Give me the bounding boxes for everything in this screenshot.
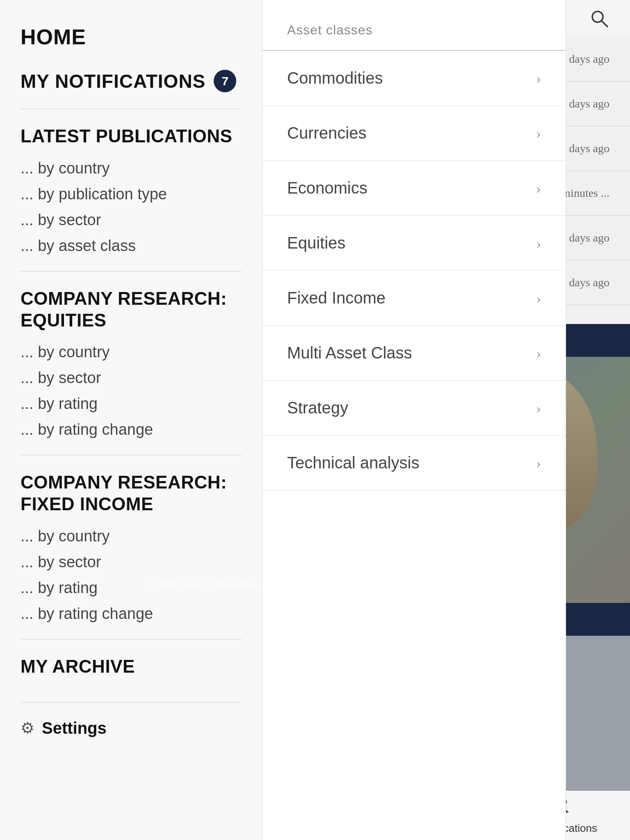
chevron-right-icon-fixed-income: ›	[536, 290, 541, 307]
settings-row[interactable]: ⚙ Settings	[21, 719, 242, 737]
settings-label[interactable]: Settings	[42, 719, 107, 737]
equities-by-rating[interactable]: ... by rating	[21, 395, 242, 413]
bg-timestamp-5: 8 days ago	[560, 231, 609, 244]
equities-by-country[interactable]: ... by country	[21, 343, 242, 361]
chevron-right-icon-equities: ›	[536, 235, 541, 252]
home-title[interactable]: HOME	[21, 25, 242, 49]
submenu-item-technical-analysis[interactable]: Technical analysis ›	[262, 436, 566, 491]
chevron-right-icon-commodities: ›	[536, 70, 541, 87]
fixed-income-by-sector[interactable]: ... by sector	[21, 553, 242, 571]
bg-timestamp-3: 8 days ago	[560, 142, 609, 155]
submenu-panel: Asset classes Commodities › Currencies ›…	[262, 0, 566, 840]
divider-4	[21, 639, 242, 639]
company-equities-section: COMPANY RESEARCH: EQUITIES ... by countr…	[21, 288, 242, 439]
submenu-item-equities[interactable]: Equities ›	[262, 216, 566, 271]
archive-section: MY ARCHIVE	[21, 656, 242, 678]
company-fixed-income-section: COMPANY RESEARCH: FIXED INCOME ... by co…	[21, 472, 242, 623]
company-equities-title: COMPANY RESEARCH: EQUITIES	[21, 288, 242, 331]
latest-by-sector[interactable]: ... by sector	[21, 211, 242, 229]
gear-icon: ⚙	[21, 719, 34, 737]
company-fixed-income-title: COMPANY RESEARCH: FIXED INCOME	[21, 472, 242, 515]
latest-by-asset-class[interactable]: ... by asset class	[21, 237, 242, 255]
submenu-label-economics: Economics	[287, 179, 368, 197]
submenu-item-commodities[interactable]: Commodities ›	[262, 51, 566, 106]
submenu-header-label: Asset classes	[287, 23, 373, 37]
divider-2	[21, 271, 242, 272]
submenu-label-multi-asset: Multi Asset Class	[287, 344, 412, 362]
submenu-item-fixed-income[interactable]: Fixed Income ›	[262, 271, 566, 326]
latest-publications-title: LATEST PUBLICATIONS	[21, 126, 242, 147]
submenu-label-fixed-income: Fixed Income	[287, 289, 386, 307]
submenu-item-currencies[interactable]: Currencies ›	[262, 106, 566, 161]
chevron-right-icon-technical-analysis: ›	[536, 454, 541, 472]
archive-title[interactable]: MY ARCHIVE	[21, 656, 242, 678]
fixed-income-by-rating-change[interactable]: ... by rating change	[21, 605, 242, 623]
latest-publications-section: LATEST PUBLICATIONS ... by country ... b…	[21, 126, 242, 255]
submenu-label-equities: Equities	[287, 234, 345, 252]
notifications-row[interactable]: MY NOTIFICATIONS 7	[21, 70, 242, 92]
divider-3	[21, 455, 242, 455]
bg-image-text: ication has tremendous growth pot	[146, 577, 316, 590]
divider-5	[21, 702, 242, 703]
search-icon[interactable]	[589, 8, 609, 29]
submenu-label-technical-analysis: Technical analysis	[287, 454, 419, 472]
submenu-label-commodities: Commodities	[287, 69, 383, 87]
latest-by-country[interactable]: ... by country	[21, 160, 242, 177]
sidebar-bottom: ⚙ Settings	[21, 702, 242, 737]
sidebar: HOME MY NOTIFICATIONS 7 LATEST PUBLICATI…	[0, 0, 262, 840]
equities-by-rating-change[interactable]: ... by rating change	[21, 421, 242, 438]
submenu-label-currencies: Currencies	[287, 124, 366, 142]
chevron-right-icon-economics: ›	[536, 180, 541, 197]
svg-line-1	[602, 21, 607, 27]
bg-timestamp-2: 3 days ago	[560, 97, 609, 110]
sidebar-home-section: HOME	[21, 25, 242, 49]
notifications-title[interactable]: MY NOTIFICATIONS	[21, 70, 205, 92]
submenu-label-strategy: Strategy	[287, 399, 348, 417]
latest-by-publication-type[interactable]: ... by publication type	[21, 185, 242, 203]
submenu-item-economics[interactable]: Economics ›	[262, 161, 566, 216]
chevron-right-icon-currencies: ›	[536, 125, 541, 142]
chevron-right-icon-strategy: ›	[536, 399, 541, 417]
fixed-income-by-country[interactable]: ... by country	[21, 527, 242, 545]
submenu-item-multi-asset[interactable]: Multi Asset Class ›	[262, 326, 566, 381]
submenu-item-strategy[interactable]: Strategy ›	[262, 381, 566, 436]
chevron-right-icon-multi-asset: ›	[536, 345, 541, 362]
equities-by-sector[interactable]: ... by sector	[21, 369, 242, 387]
notifications-badge: 7	[214, 70, 236, 92]
divider-1	[21, 109, 242, 109]
bg-timestamp-1: 2 days ago	[560, 52, 609, 66]
submenu-header: Asset classes	[262, 0, 566, 51]
